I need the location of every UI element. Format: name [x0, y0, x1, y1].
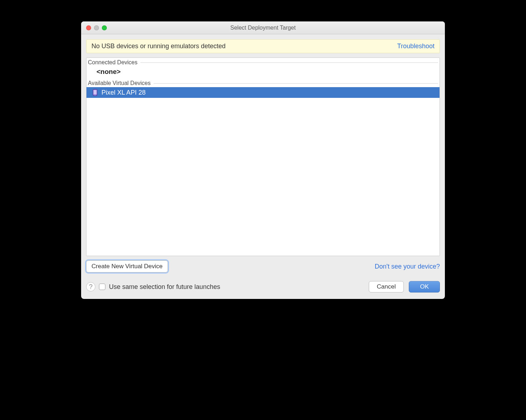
divider: [154, 83, 438, 84]
window-title: Select Deployment Target: [81, 25, 445, 31]
troubleshoot-link[interactable]: Troubleshoot: [397, 42, 435, 50]
dialog-content: No USB devices or running emulators dete…: [81, 34, 445, 299]
footer-left: ? Use same selection for future launches: [86, 282, 220, 291]
connected-devices-label: Connected Devices: [88, 59, 138, 66]
panel-actions-row: Create New Virtual Device Don't see your…: [86, 260, 440, 272]
available-virtual-devices-label: Available Virtual Devices: [88, 80, 151, 86]
divider: [140, 62, 438, 63]
device-list-panel: Connected Devices <none> Available Virtu…: [86, 58, 440, 256]
titlebar[interactable]: Select Deployment Target: [81, 21, 445, 34]
remember-selection-checkbox[interactable]: [99, 284, 105, 290]
available-virtual-devices-header: Available Virtual Devices: [86, 79, 440, 87]
cancel-button[interactable]: Cancel: [369, 281, 404, 292]
help-icon[interactable]: ?: [86, 282, 95, 291]
notice-message: No USB devices or running emulators dete…: [91, 42, 225, 50]
notice-banner: No USB devices or running emulators dete…: [86, 39, 440, 53]
svg-rect-1: [94, 90, 97, 95]
ok-button[interactable]: OK: [409, 281, 440, 292]
footer-right: Cancel OK: [369, 281, 440, 292]
connected-devices-header: Connected Devices: [86, 58, 440, 66]
avd-item-selected[interactable]: Pixel XL API 28: [86, 87, 440, 98]
remember-selection-label: Use same selection for future launches: [109, 283, 220, 291]
dialog-footer: ? Use same selection for future launches…: [86, 281, 440, 292]
svg-point-2: [95, 95, 95, 95]
dont-see-device-link[interactable]: Don't see your device?: [374, 263, 440, 270]
create-new-virtual-device-button[interactable]: Create New Virtual Device: [86, 260, 168, 272]
phone-icon: [92, 89, 98, 96]
avd-item-name: Pixel XL API 28: [101, 89, 145, 96]
dialog-window: Select Deployment Target No USB devices …: [81, 21, 445, 299]
connected-devices-none: <none>: [86, 66, 440, 79]
